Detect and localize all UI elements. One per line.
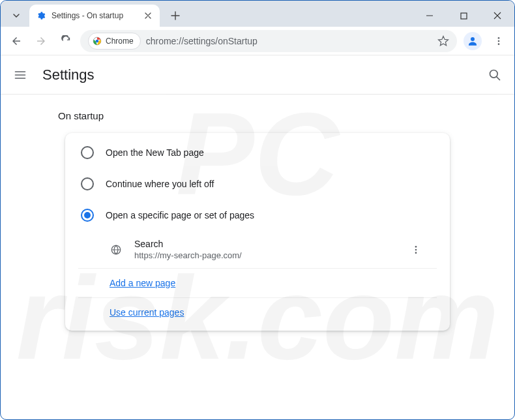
profile-button[interactable] <box>464 32 482 50</box>
window-controls <box>415 4 514 27</box>
back-button[interactable] <box>6 31 27 52</box>
close-window-button[interactable] <box>483 4 512 27</box>
browser-menu-button[interactable] <box>488 31 509 52</box>
svg-point-2 <box>96 39 99 42</box>
svg-point-6 <box>498 43 500 45</box>
page-title: Settings <box>42 67 95 83</box>
minimize-button[interactable] <box>415 4 444 27</box>
option-label: Open a specific page or set of pages <box>106 210 254 220</box>
option-label: Open the New Tab page <box>106 147 204 158</box>
option-label: Continue where you left off <box>106 179 214 189</box>
settings-header: Settings <box>1 55 514 95</box>
browser-tab[interactable]: Settings - On startup <box>29 5 160 27</box>
radio-icon <box>81 177 94 190</box>
reload-button[interactable] <box>55 31 76 52</box>
section-title: On startup <box>58 110 483 121</box>
use-current-link[interactable]: Use current pages <box>110 307 184 318</box>
tab-search-chevron[interactable] <box>5 6 28 25</box>
startup-page-name: Search <box>134 239 399 249</box>
svg-point-9 <box>415 246 417 248</box>
browser-toolbar: Chrome chrome://settings/onStartup <box>1 27 514 55</box>
chrome-icon <box>93 37 102 46</box>
chip-label: Chrome <box>106 37 134 46</box>
url-text: chrome://settings/onStartup <box>146 36 432 46</box>
svg-point-4 <box>498 37 500 39</box>
gear-icon <box>36 10 46 21</box>
tab-title: Settings - On startup <box>52 11 138 20</box>
svg-point-11 <box>415 252 417 254</box>
option-specific[interactable]: Open a specific page or set of pages <box>65 200 450 231</box>
forward-button[interactable] <box>31 31 52 52</box>
option-new-tab[interactable]: Open the New Tab page <box>65 137 450 168</box>
use-current-row[interactable]: Use current pages <box>78 298 437 327</box>
startup-page-url: https://my-search-page.com/ <box>134 250 399 260</box>
globe-icon <box>110 243 123 256</box>
svg-point-10 <box>415 248 417 250</box>
svg-point-3 <box>471 37 475 41</box>
address-bar[interactable]: Chrome chrome://settings/onStartup <box>80 30 457 52</box>
radio-selected-icon <box>81 209 94 222</box>
svg-point-5 <box>498 40 500 42</box>
option-continue[interactable]: Continue where you left off <box>65 168 450 200</box>
startup-card: Open the New Tab page Continue where you… <box>65 133 450 331</box>
radio-icon <box>81 146 94 159</box>
content-area: On startup Open the New Tab page Continu… <box>1 95 514 346</box>
title-bar: Settings - On startup <box>1 1 514 27</box>
search-icon[interactable] <box>488 68 501 82</box>
add-page-row[interactable]: Add a new page <box>78 269 437 298</box>
hamburger-icon[interactable] <box>14 68 29 82</box>
site-chip[interactable]: Chrome <box>88 33 141 50</box>
add-page-link[interactable]: Add a new page <box>110 278 175 288</box>
maximize-button[interactable] <box>449 4 478 27</box>
close-icon[interactable] <box>143 10 153 21</box>
new-tab-button[interactable] <box>166 7 184 25</box>
bookmark-star-icon[interactable] <box>437 35 449 47</box>
page-more-button[interactable] <box>411 245 421 255</box>
svg-rect-0 <box>461 13 467 19</box>
startup-page-item: Search https://my-search-page.com/ <box>78 231 437 269</box>
